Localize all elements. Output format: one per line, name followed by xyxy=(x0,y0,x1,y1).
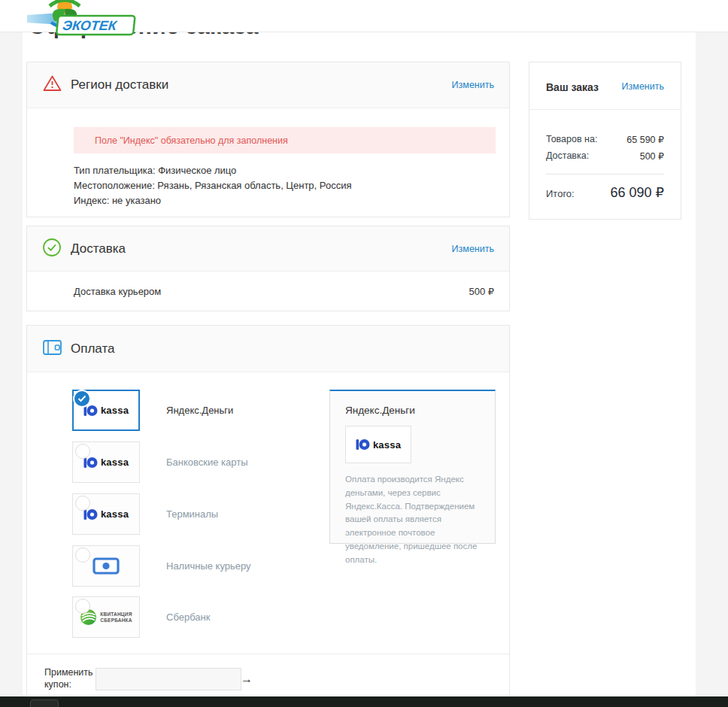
radio-icon xyxy=(75,444,90,459)
order-delivery-row: Доставка: 500 ₽ xyxy=(546,150,664,162)
payment-section-title: Оплата xyxy=(27,341,114,357)
checkout-page: Оформление заказа ЭКОТЕК xyxy=(0,0,728,707)
ecotek-logo[interactable]: ЭКОТЕК xyxy=(26,0,140,41)
order-summary-header: Ваш заказ Изменить xyxy=(529,62,681,110)
yookassa-logo: kassa xyxy=(83,456,129,469)
yookassa-mark-icon xyxy=(356,438,370,451)
delivery-section-header: Доставка Изменить xyxy=(27,226,509,272)
region-section-header: Регион доставки Изменить xyxy=(27,62,509,108)
order-summary-edit-link[interactable]: Изменить xyxy=(622,81,664,92)
payment-detail-description: Оплата производится Яндекс деньгами, чер… xyxy=(345,473,480,567)
payment-detail-panel: Яндекс.Деньги kassa Оплата производится … xyxy=(329,390,496,544)
yookassa-logo: kassa xyxy=(356,438,401,451)
order-total-value: 66 090 ₽ xyxy=(610,184,664,201)
payment-option-sberbank[interactable]: КВИТАНЦИЯ СБЕРБАНКА xyxy=(72,596,140,638)
payment-option-yandex-money[interactable]: kassa xyxy=(72,390,140,431)
delivery-section: Доставка Изменить Доставка курьером 500 … xyxy=(26,226,510,311)
region-section: Регион доставки Изменить Поле "Индекс" о… xyxy=(26,62,510,217)
yookassa-logo: kassa xyxy=(83,404,129,417)
payment-section: Оплата kassa Яндекс.Деньги xyxy=(26,325,510,696)
order-delivery-label: Доставка: xyxy=(546,150,589,162)
region-edit-link[interactable]: Изменить xyxy=(452,80,494,90)
bottom-bar xyxy=(0,696,728,707)
payer-type-line: Тип плательщика: Физическое лицо xyxy=(74,163,351,178)
radio-icon xyxy=(75,496,90,511)
order-items-value: 65 590 ₽ xyxy=(626,134,664,145)
warning-icon xyxy=(42,74,62,96)
payment-label-sberbank[interactable]: Сбербанк xyxy=(166,611,210,623)
delivery-price: 500 ₽ xyxy=(469,286,494,297)
payment-option-terminals[interactable]: kassa xyxy=(72,493,140,535)
yookassa-logo: kassa xyxy=(83,508,129,521)
radio-icon xyxy=(75,548,90,563)
check-circle-icon xyxy=(42,238,62,260)
ecotek-logo-icon: ЭКОТЕК xyxy=(26,0,140,38)
payment-label-yandex-money[interactable]: Яндекс.Деньги xyxy=(166,405,233,416)
banknote-icon xyxy=(93,557,120,575)
bottom-bar-chip xyxy=(30,699,59,707)
payment-section-header: Оплата xyxy=(27,326,509,372)
payment-detail-title: Яндекс.Деньги xyxy=(345,405,480,416)
payment-option-cash-courier[interactable] xyxy=(72,545,140,587)
order-total-label: Итого: xyxy=(546,188,575,199)
order-items-label: Товаров на: xyxy=(546,134,597,145)
region-info: Тип плательщика: Физическое лицо Местопо… xyxy=(74,163,351,208)
delivery-edit-link[interactable]: Изменить xyxy=(452,244,494,254)
order-total-row: Итого: 66 090 ₽ xyxy=(546,184,664,201)
index-error-message: Поле "Индекс" обязательно для заполнения xyxy=(74,127,496,153)
delivery-method: Доставка курьером xyxy=(74,286,161,297)
coupon-input[interactable] xyxy=(96,669,241,690)
location-line: Местоположение: Рязань, Рязанская област… xyxy=(74,178,351,193)
payment-label-terminals[interactable]: Терминалы xyxy=(166,508,218,520)
payment-option-bank-cards[interactable]: kassa xyxy=(72,441,140,483)
coupon-field: → xyxy=(96,668,241,690)
radio-icon xyxy=(75,599,90,614)
order-summary-title: Ваш заказ xyxy=(546,81,599,93)
payment-detail-logo-box: kassa xyxy=(345,426,411,463)
order-summary-divider xyxy=(546,174,664,174)
wallet-icon xyxy=(42,338,62,359)
sberbank-receipt-text: КВИТАНЦИЯ СБЕРБАНКА xyxy=(100,611,132,624)
order-delivery-value: 500 ₽ xyxy=(640,150,664,162)
payment-label-bank-cards[interactable]: Банковские карты xyxy=(166,457,248,468)
selected-check-icon xyxy=(73,390,91,408)
coupon-separator xyxy=(27,654,509,654)
index-line: Индекс: не указано xyxy=(74,193,351,208)
payment-label-cash-courier[interactable]: Наличные курьеру xyxy=(166,560,251,572)
coupon-submit-button[interactable]: → xyxy=(241,672,253,686)
delivery-method-row: Доставка курьером 500 ₽ xyxy=(27,272,509,311)
order-items-row: Товаров на: 65 590 ₽ xyxy=(546,134,664,145)
order-summary: Ваш заказ Изменить Товаров на: 65 590 ₽ … xyxy=(529,62,681,220)
svg-text:ЭКОТЕК: ЭКОТЕК xyxy=(62,18,119,33)
coupon-label: Применить купон: xyxy=(44,666,91,690)
